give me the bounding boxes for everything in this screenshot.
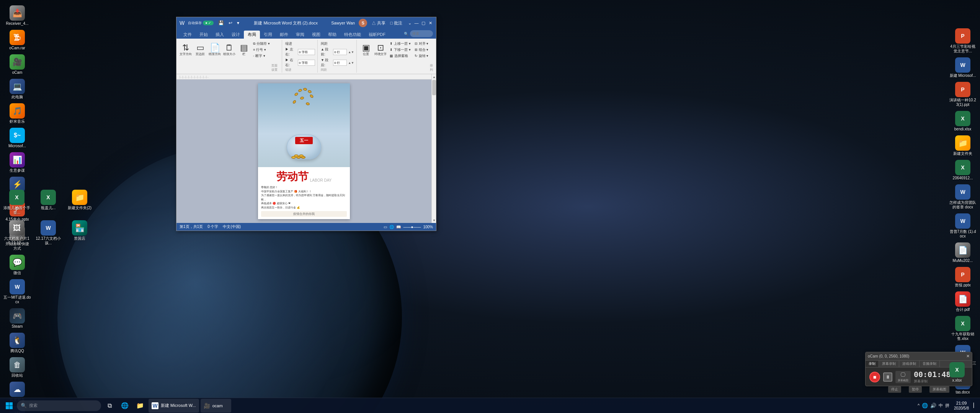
- tab-help[interactable]: 帮助: [324, 31, 340, 39]
- edge-btn[interactable]: 🌐: [118, 400, 132, 412]
- autosave-status[interactable]: ● ✓: [203, 21, 214, 25]
- ocam-capture-btn[interactable]: 🖵 屏幕截图: [895, 371, 911, 383]
- autosave-toggle[interactable]: 自动保存 ● ✓: [187, 20, 215, 26]
- btn-selection-pane[interactable]: ▦ 选择窗格: [388, 53, 412, 59]
- btn-paper-size[interactable]: 🗒 纸张大小: [222, 40, 236, 60]
- share-btn[interactable]: △ 共享: [372, 20, 385, 26]
- ribbon-search-input[interactable]: [410, 30, 433, 37]
- icon-r12[interactable]: X 十九年获取销售.xlsx: [947, 314, 978, 343]
- icon-r11[interactable]: 📄 合计.pdf: [947, 290, 978, 314]
- minimize-btn[interactable]: —: [414, 20, 419, 26]
- ocam-stop-btn[interactable]: 停止: [888, 386, 901, 393]
- icon-steam[interactable]: 🎮 Steam: [2, 307, 33, 330]
- zoom-slider[interactable]: ——●——: [403, 225, 421, 229]
- icon-music[interactable]: 🎵 虾米音乐: [2, 102, 33, 125]
- scroll-track[interactable]: [432, 96, 436, 218]
- spacing-before-input[interactable]: [333, 49, 347, 55]
- tab-view[interactable]: 视图: [308, 31, 324, 39]
- close-btn[interactable]: ✕: [428, 20, 433, 26]
- icon-ocam-rar[interactable]: 🗜 oCam.rar: [2, 28, 33, 52]
- ocam-pause-label-btn[interactable]: 暂停: [909, 386, 922, 393]
- word-scrollbar[interactable]: ▲ ▼: [431, 74, 436, 223]
- tab-audio[interactable]: 音频录制: [920, 361, 940, 367]
- scroll-thumb[interactable]: [432, 80, 436, 95]
- tab-feature[interactable]: 特色功能: [340, 31, 365, 39]
- btn-columns[interactable]: ▤ 栏: [237, 40, 251, 60]
- task-view-btn[interactable]: ⧉: [103, 400, 116, 412]
- save-btn[interactable]: 💾: [217, 20, 225, 26]
- ocam-pause-btn[interactable]: ⏸: [883, 372, 892, 382]
- ocam-screenshot-btn[interactable]: 屏幕截图: [929, 386, 949, 393]
- show-desktop-btn[interactable]: ▏: [973, 403, 977, 408]
- indent-left-input[interactable]: [298, 49, 315, 55]
- comment-btn[interactable]: □ 批注: [390, 20, 402, 26]
- icon-computer[interactable]: 💻 此电脑: [2, 77, 33, 101]
- icon-excel2[interactable]: X 瓶盖儿...: [33, 188, 64, 216]
- btn-text-direction[interactable]: ⇅ 文字方向: [179, 40, 193, 60]
- scroll-up-btn[interactable]: ▲: [432, 74, 436, 80]
- icon-xlsx-bottom[interactable]: X x.xlsx: [942, 361, 972, 384]
- tab-design[interactable]: 设计: [228, 31, 244, 39]
- taskbar-word-app[interactable]: W 新建 Microsoft W...: [149, 399, 199, 413]
- btn-align[interactable]: ⊟ 对齐 ▾: [413, 41, 430, 47]
- taskbar-search[interactable]: 🔍 搜索: [17, 400, 101, 411]
- view-read-icon[interactable]: 📖: [396, 225, 401, 229]
- icon-r4[interactable]: X bendi.xlsx: [947, 109, 978, 133]
- icon-microsoft[interactable]: $~ Microsof...: [2, 126, 33, 150]
- tray-network-icon[interactable]: 🌐: [922, 403, 928, 408]
- view-print-icon[interactable]: ▭: [384, 225, 387, 229]
- icon-r3[interactable]: P 演讲稿一种10.23(1).ppt: [947, 80, 978, 109]
- btn-move-backward[interactable]: ⬇ 下移一层 ▾: [388, 47, 412, 53]
- redo-btn[interactable]: ▾: [236, 20, 240, 26]
- spacing-after-arrows[interactable]: ▲▼: [348, 61, 354, 65]
- icon-word-doc[interactable]: W 五一MIT进退.docx: [2, 278, 33, 306]
- btn-group[interactable]: ⊞ 组合 ▾: [413, 47, 430, 53]
- icon-r5[interactable]: 📁 新建文件夹: [947, 134, 978, 158]
- scroll-down-btn[interactable]: ▼: [432, 218, 436, 223]
- start-button[interactable]: [3, 400, 15, 412]
- maximize-btn[interactable]: ▢: [421, 20, 426, 26]
- word-canvas[interactable]: 五一 劳动节 LABOR DAY 尊敬的 您好！ 中: [176, 80, 431, 223]
- tray-volume-icon[interactable]: 🔊: [930, 403, 936, 408]
- icon-qq[interactable]: 🐧 腾讯QQ: [2, 331, 33, 355]
- system-clock[interactable]: 21:09 2020/5/8: [952, 400, 970, 411]
- icon-recycle[interactable]: 🗑 回收站: [2, 356, 33, 379]
- spacing-after-input[interactable]: [333, 60, 347, 66]
- btn-line-num[interactable]: ≡ 行号 ▾: [252, 47, 271, 53]
- btn-separator[interactable]: ⧉ 分隔符 ▾: [252, 41, 271, 47]
- tray-input-method[interactable]: 拼: [945, 403, 949, 408]
- icon-r9[interactable]: 📄 MuMu202...: [947, 241, 978, 265]
- tab-start[interactable]: 开始: [196, 31, 212, 39]
- icon-service[interactable]: 📊 生意参谋: [2, 151, 33, 174]
- icon-wechat[interactable]: 💬 微信: [2, 253, 33, 277]
- taskbar-ocam-app[interactable]: 🎥 ocam: [201, 399, 231, 413]
- ocam-close-btn[interactable]: ✕: [966, 354, 970, 359]
- ocam-record-btn[interactable]: ■: [869, 372, 880, 382]
- indent-right-input[interactable]: [298, 60, 315, 66]
- btn-move-forward[interactable]: ⬆ 上移一层 ▾: [388, 41, 412, 47]
- btn-margins[interactable]: ▭ 页边距: [193, 40, 207, 60]
- icon-r6[interactable]: X 20646912...: [947, 158, 978, 182]
- btn-hyphen[interactable]: - 断字 ▾: [252, 53, 271, 59]
- icon-doc12[interactable]: W 12.17六文档小孩...: [33, 219, 64, 247]
- icon-r1[interactable]: P 4月三节彩绘视觉主意节...: [947, 27, 978, 55]
- btn-paper-orient[interactable]: 📄 纸张方向: [208, 40, 222, 60]
- tab-ref[interactable]: 引用: [260, 31, 276, 39]
- btn-rotate[interactable]: ↻ 旋转 ▾: [413, 53, 430, 59]
- tray-lang-zh[interactable]: 中: [939, 403, 943, 408]
- explorer-btn[interactable]: 📁: [133, 400, 147, 412]
- btn-wrap-text[interactable]: ⊡ 环绕文字: [374, 40, 387, 60]
- tab-file[interactable]: 文件: [180, 31, 196, 39]
- tab-foxit[interactable]: 福昕PDF: [365, 31, 389, 39]
- tray-show-hidden[interactable]: ^: [918, 403, 920, 408]
- tab-game[interactable]: 游戏录制: [899, 361, 920, 367]
- icon-r10[interactable]: P 资报.pptx: [947, 265, 978, 289]
- view-web-icon[interactable]: 🌐: [389, 225, 394, 229]
- icon-r7[interactable]: W 怎样成为背团队的签章 docx: [947, 183, 978, 211]
- icon-receiver[interactable]: 📥 Receiver_4...: [2, 4, 33, 28]
- tab-screen[interactable]: 屏幕录制: [879, 361, 899, 367]
- undo-btn[interactable]: ↩: [227, 20, 234, 26]
- icon-r2[interactable]: W 新建 Microsof...: [947, 56, 978, 80]
- tab-insert[interactable]: 插入: [212, 31, 228, 39]
- tab-layout[interactable]: 布局: [244, 31, 260, 39]
